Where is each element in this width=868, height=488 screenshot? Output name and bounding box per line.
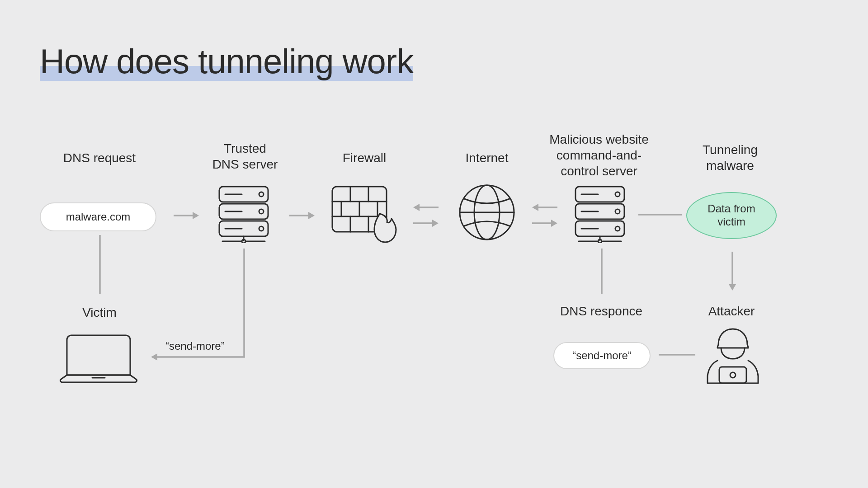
svg-point-3 [259,192,264,197]
svg-point-4 [259,209,264,214]
pill-malware-domain: malware.com [40,202,156,231]
label-send-more-left: “send-more” [165,340,225,352]
label-tunneling-malware: Tunneling malware [683,142,778,174]
svg-marker-40 [193,212,199,219]
svg-marker-54 [151,353,157,361]
pill-malware-domain-text: malware.com [66,211,131,223]
svg-point-59 [730,372,736,378]
label-firewall: Firewall [328,150,401,166]
svg-point-31 [615,226,620,231]
page-title: How does tunneling work [40,42,413,81]
oval-data-from-victim: Data from victim [686,192,777,239]
pill-send-more-text: “send-more” [572,349,632,362]
arrow-left-icon [412,202,439,213]
svg-point-10 [242,239,245,243]
svg-marker-44 [413,204,420,211]
oval-text: Data from victim [708,202,755,229]
label-victim: Victim [59,305,140,320]
label-internet: Internet [446,150,528,166]
arrow-right-icon [288,210,316,221]
arrow-right-icon [412,218,439,229]
arrow-right-icon [531,218,558,229]
title-text: How does tunneling work [40,42,413,81]
arrow-down-icon [727,251,738,291]
globe-icon [458,183,516,242]
connector-line [98,235,102,294]
connector-line [599,249,604,294]
svg-point-30 [615,209,620,214]
svg-point-36 [598,239,602,243]
svg-marker-48 [532,204,538,211]
label-malicious: Malicious website command-and- control s… [533,131,665,179]
firewall-icon [330,184,398,245]
arrow-left-icon [531,202,558,213]
server-icon [217,184,272,243]
label-dns-request: DNS request [54,150,145,166]
laptop-icon [58,331,139,385]
arrow-right-icon [173,210,200,221]
svg-marker-42 [308,212,315,219]
svg-marker-50 [551,220,557,227]
connector-line [658,352,696,357]
label-dns-response: DNS responce [552,303,651,319]
svg-marker-57 [729,284,736,291]
label-attacker: Attacker [691,303,772,319]
svg-rect-58 [719,367,746,383]
svg-marker-46 [432,220,439,227]
hacker-icon [701,325,764,389]
pill-send-more-right: “send-more” [553,342,651,369]
svg-point-5 [259,226,264,231]
label-trusted-dns: Trusted DNS server [195,141,295,172]
svg-point-29 [615,192,620,197]
server-icon [573,184,628,243]
connector-line [637,212,683,217]
